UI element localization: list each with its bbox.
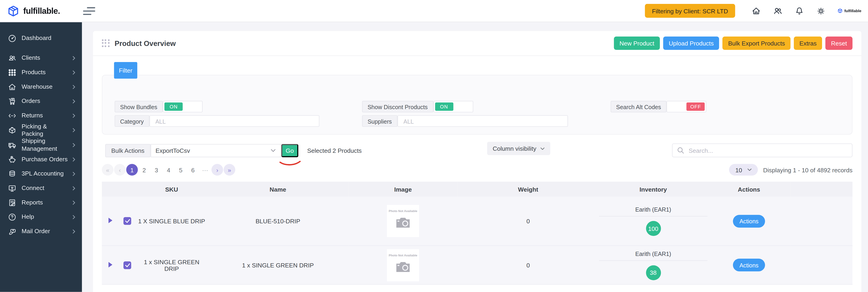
page-size-select[interactable]: 10 [729,164,758,176]
sidebar-item-warehouse[interactable]: Warehouse [0,80,82,94]
returns-icon [8,111,17,120]
chevron-right-icon [72,70,75,75]
shipping-icon [8,140,17,149]
warehouse-icon [8,83,17,91]
extras-button[interactable]: Extras [794,36,822,50]
row-actions-button[interactable]: Actions [733,259,765,271]
sidebar-item-returns[interactable]: Returns [0,109,82,123]
chevron-right-icon [72,99,75,104]
column-header-sku[interactable]: SKU [136,182,207,197]
suppliers-input[interactable] [397,115,568,127]
search-alt-codes-toggle[interactable]: OFF [666,101,707,113]
sidebar-item-label: Mail Order [22,228,70,235]
pagination-info: 10 Displaying 1 - 10 of 4892 records [729,164,852,176]
column-header-inventory[interactable]: Inventory [599,182,707,197]
selected-count-text: Selected 2 Products [307,147,362,154]
category-label: Category [115,115,149,127]
connect-icon [8,184,17,193]
sidebar-item-3pl-accounting[interactable]: 3PL Accounting [0,167,82,181]
new-product-button[interactable]: New Product [614,36,660,50]
pagination-page-4[interactable]: 4 [163,164,175,176]
brand-logo[interactable]: fulfillable. [0,5,60,17]
accounting-icon [8,169,17,178]
header-buttons: New Product Upload Products Bulk Export … [614,36,852,50]
pagination-row: « ‹ 1 2 3 4 5 6 ··· › » 10 Displaying 1 … [93,157,861,176]
table-row: 1 X SINGLE BLUE DRIP BLUE-510-DRIP Photo… [102,197,852,245]
page-title: Product Overview [115,39,176,47]
cell-name: 1 x SINGLE GREEN DRIP [207,245,349,285]
pagination-page-5[interactable]: 5 [175,164,187,176]
show-bundles-toggle[interactable]: ON [163,101,203,113]
inventory-quantity-badge: 100 [646,221,661,236]
category-input[interactable] [149,115,319,127]
column-header-image[interactable]: Image [349,182,457,197]
help-icon [8,212,17,222]
sidebar-item-orders[interactable]: Orders [0,94,82,109]
home-icon[interactable] [751,6,761,16]
grid-icon [102,39,110,47]
pagination-prev[interactable]: ‹ [114,164,126,176]
camera-icon [394,259,412,274]
bulk-export-products-button[interactable]: Bulk Export Products [723,36,790,50]
gear-icon[interactable] [816,6,826,16]
column-header-name[interactable]: Name [207,182,349,197]
bulk-action-select[interactable]: ExportToCsv [151,144,281,157]
orders-icon [8,97,17,106]
products-icon [8,68,17,77]
sidebar-item-label: Shipping Management [22,138,70,152]
search-input[interactable] [687,147,847,154]
mail-order-icon [8,227,17,236]
cell-inventory: Earith (EAR1) 38 [599,245,707,285]
pagination-page-1[interactable]: 1 [126,164,138,176]
cell-weight: 0 [457,197,599,245]
filter-button[interactable]: Filter [114,62,137,79]
chevron-down-icon [540,147,545,150]
chevron-down-icon [271,149,276,152]
top-navbar: fulfillable. Filtering by Client: SCR LT… [0,0,868,22]
sidebar-item-dashboard[interactable]: Dashboard [0,31,82,46]
pagination-page-6[interactable]: 6 [187,164,199,176]
pagination-page-3[interactable]: 3 [151,164,162,176]
sidebar-item-mail-order[interactable]: Mail Order [0,224,82,239]
toggle-state: ON [164,103,183,111]
expand-row-icon[interactable] [108,217,112,223]
sidebar-item-clients[interactable]: Clients [0,51,82,65]
sidebar-item-connect[interactable]: Connect [0,181,82,196]
sidebar-item-purchase-orders[interactable]: Purchase Orders [0,152,82,167]
chevron-right-icon [72,128,75,132]
cell-actions: Actions [708,245,790,285]
row-checkbox[interactable] [124,261,131,269]
chevron-down-icon [747,168,751,171]
cell-weight: 0 [457,245,599,285]
column-header-actions[interactable]: Actions [708,182,790,197]
pagination-first[interactable]: « [102,164,114,176]
reset-button[interactable]: Reset [826,36,852,50]
upload-products-button[interactable]: Upload Products [663,36,719,50]
sidebar-item-help[interactable]: Help [0,210,82,224]
sidebar-toggle-hamburger-icon[interactable] [83,7,95,15]
row-actions-button[interactable]: Actions [733,214,765,227]
sidebar-item-reports[interactable]: Reports [0,195,82,210]
warehouse-name: Earith (EAR1) [599,250,707,261]
users-icon[interactable] [773,6,783,16]
go-button[interactable]: Go [281,144,298,157]
expand-row-icon[interactable] [108,262,112,267]
bell-icon[interactable] [795,6,804,16]
row-checkbox[interactable] [124,217,131,225]
sidebar-item-picking-packing[interactable]: Picking & Packing [0,123,82,138]
pagination-last[interactable]: » [224,164,236,176]
app-root: fulfillable. Filtering by Client: SCR LT… [0,0,868,292]
chevron-right-icon [72,200,75,205]
pagination-page-2[interactable]: 2 [138,164,150,176]
pagination-next[interactable]: › [212,164,223,176]
photo-placeholder-text: Photo Not Available [389,209,417,212]
column-visibility-button[interactable]: Column visibility [487,142,550,155]
sidebar-item-shipping-management[interactable]: Shipping Management [0,138,82,152]
show-discont-toggle[interactable]: ON [433,101,473,113]
client-filter-badge[interactable]: Filtering by Client: SCR LTD [645,4,735,18]
column-header-weight[interactable]: Weight [457,182,599,197]
cell-sku: 1 x SINGLE GREEN DRIP [136,245,207,285]
bulk-actions-toolbar: Bulk Actions ExportToCsv Go Selected 2 P… [93,135,861,157]
spacer-cell [790,245,852,285]
sidebar-item-products[interactable]: Products [0,65,82,80]
